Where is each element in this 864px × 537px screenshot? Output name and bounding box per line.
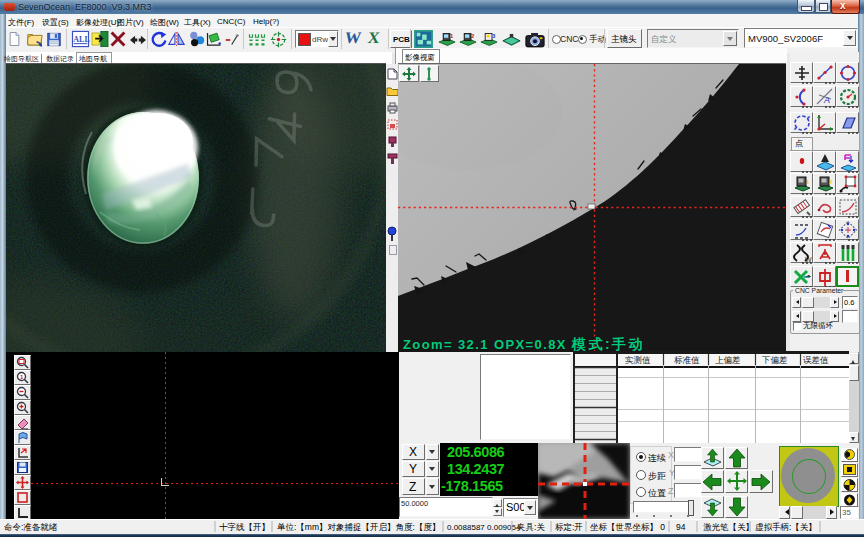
svg-text:A: A	[823, 95, 830, 105]
svg-text:1: 1	[450, 33, 454, 39]
svg-text:2: 2	[829, 179, 833, 185]
svg-text:2: 2	[471, 33, 475, 39]
svg-text:W: W	[805, 256, 812, 263]
svg-text:3: 3	[492, 33, 496, 39]
svg-text:ALL: ALL	[73, 35, 89, 44]
svg-text:1: 1	[806, 179, 810, 185]
